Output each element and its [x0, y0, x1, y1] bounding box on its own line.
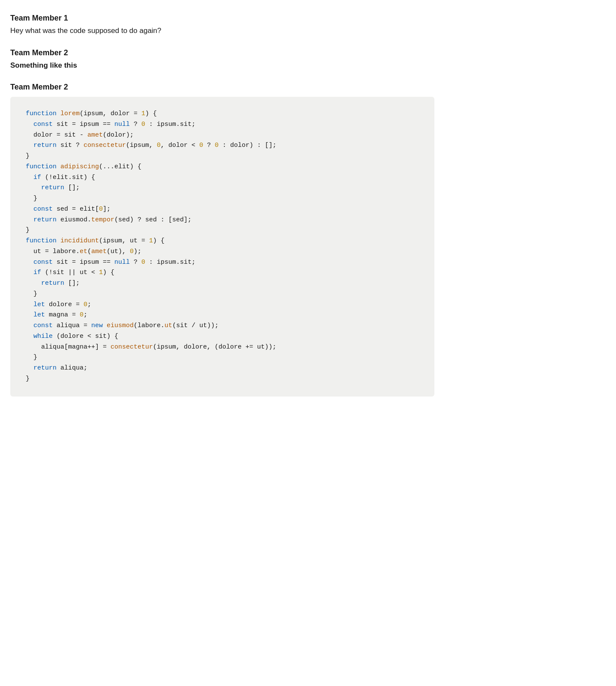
author-2: Team Member 2 — [10, 48, 434, 57]
code-block: function lorem(ipsum, dolor = 1) { const… — [10, 97, 434, 397]
code-line-23: aliqua[magna++] = consectetur(ipsum, dol… — [26, 342, 419, 353]
code-line-21: const aliqua = new eiusmod(labore.ut(sit… — [26, 321, 419, 331]
message-text-1: Hey what was the code supposed to do aga… — [10, 25, 434, 36]
code-line-9: } — [26, 194, 419, 204]
code-line-11: return eiusmod.tempor(sed) ? sed : [sed]… — [26, 215, 419, 226]
message-block-2: Team Member 2 Something like this — [10, 48, 434, 71]
code-line-1: function lorem(ipsum, dolor = 1) { — [26, 109, 419, 119]
code-line-17: return []; — [26, 278, 419, 289]
code-line-18: } — [26, 289, 419, 300]
code-line-22: while (dolore < sit) { — [26, 331, 419, 342]
code-line-8: return []; — [26, 183, 419, 194]
code-line-6: function adipiscing(...elit) { — [26, 162, 419, 173]
code-line-24: } — [26, 352, 419, 363]
message-text-2: Something like this — [10, 60, 434, 71]
message-block-1: Team Member 1 Hey what was the code supp… — [10, 14, 434, 36]
code-line-12: } — [26, 225, 419, 236]
code-line-20: let magna = 0; — [26, 310, 419, 321]
author-3: Team Member 2 — [10, 83, 434, 92]
code-line-25: return aliqua; — [26, 363, 419, 374]
author-1: Team Member 1 — [10, 14, 434, 23]
code-line-5: } — [26, 151, 419, 162]
code-line-4: return sit ? consectetur(ipsum, 0, dolor… — [26, 140, 419, 151]
code-line-19: let dolore = 0; — [26, 300, 419, 310]
code-line-14: ut = labore.et(amet(ut), 0); — [26, 247, 419, 257]
code-line-2: const sit = ipsum == null ? 0 : ipsum.si… — [26, 119, 419, 130]
code-line-15: const sit = ipsum == null ? 0 : ipsum.si… — [26, 257, 419, 268]
code-line-3: dolor = sit - amet(dolor); — [26, 130, 419, 141]
message-block-3: Team Member 2 function lorem(ipsum, dolo… — [10, 83, 434, 397]
code-line-16: if (!sit || ut < 1) { — [26, 268, 419, 278]
code-line-10: const sed = elit[0]; — [26, 204, 419, 215]
code-line-13: function incididunt(ipsum, ut = 1) { — [26, 236, 419, 247]
code-line-26: } — [26, 374, 419, 385]
code-line-7: if (!elit.sit) { — [26, 173, 419, 183]
